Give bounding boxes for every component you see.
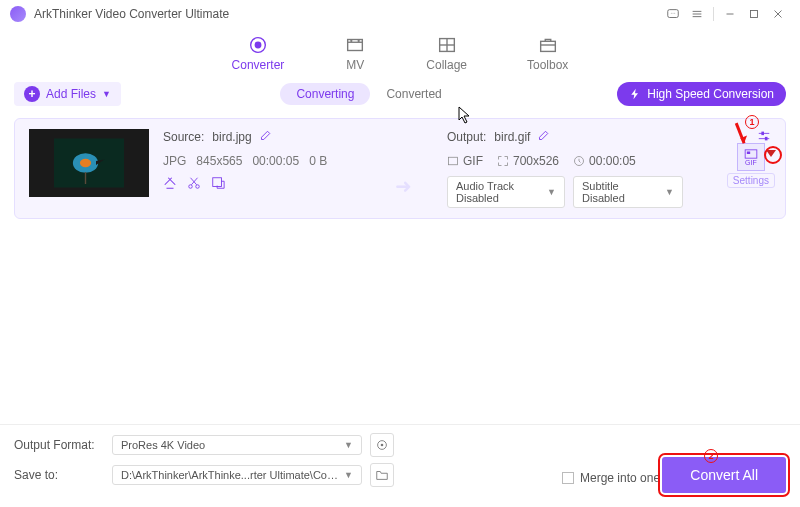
svg-point-25 — [189, 185, 193, 189]
annotation-2: 2 — [704, 449, 718, 463]
tab-collage[interactable]: Collage — [426, 36, 467, 72]
save-to-label: Save to: — [14, 468, 104, 482]
svg-rect-13 — [348, 40, 363, 51]
tab-toolbox[interactable]: Toolbox — [527, 36, 568, 72]
save-to-select[interactable]: D:\ArkThinker\ArkThinke...rter Ultimate\… — [112, 465, 362, 485]
tab-converted[interactable]: Converted — [370, 83, 457, 105]
edit-source-icon[interactable] — [260, 129, 272, 144]
out-duration: 00:00:05 — [589, 154, 636, 168]
tab-mv[interactable]: MV — [344, 36, 366, 72]
source-label: Source: — [163, 130, 204, 144]
feedback-icon[interactable] — [661, 4, 685, 24]
thumbnail[interactable] — [29, 129, 149, 197]
add-files-button[interactable]: + Add Files ▼ — [14, 82, 121, 106]
merge-checkbox[interactable]: Merge into one file — [562, 471, 679, 485]
subtitle-select[interactable]: Subtitle Disabled▼ — [573, 176, 683, 208]
out-dims: 700x526 — [513, 154, 559, 168]
svg-point-1 — [671, 13, 672, 14]
svg-point-26 — [196, 185, 200, 189]
svg-rect-30 — [761, 132, 764, 136]
edit-icon[interactable] — [163, 176, 177, 193]
mv-icon — [344, 36, 366, 54]
app-title: ArkThinker Video Converter Ultimate — [34, 7, 661, 21]
svg-rect-32 — [449, 157, 458, 165]
checkbox-icon — [562, 472, 574, 484]
svg-rect-8 — [751, 11, 758, 18]
svg-point-23 — [80, 159, 91, 167]
settings-button[interactable]: Settings — [727, 173, 775, 188]
arrow-right-icon: ➜ — [395, 174, 412, 198]
edit-output-icon[interactable] — [538, 129, 550, 144]
toolbox-icon — [537, 36, 559, 54]
svg-point-38 — [381, 444, 384, 447]
chevron-down-icon: ▼ — [102, 89, 111, 99]
file-card: Source: bird.jpg JPG 845x565 00:00:05 0 … — [14, 118, 786, 219]
annotation-circle-1 — [764, 146, 782, 164]
svg-point-15 — [359, 40, 360, 41]
lightning-icon — [629, 88, 641, 100]
converter-icon — [247, 36, 269, 54]
svg-point-14 — [351, 40, 352, 41]
close-button[interactable] — [766, 4, 790, 24]
maximize-button[interactable] — [742, 4, 766, 24]
out-format: GIF — [463, 154, 483, 168]
high-speed-button[interactable]: High Speed Conversion — [617, 82, 786, 106]
clock-icon — [573, 155, 585, 167]
minimize-button[interactable] — [718, 4, 742, 24]
audio-track-select[interactable]: Audio Track Disabled▼ — [447, 176, 565, 208]
output-format-label: Output Format: — [14, 438, 104, 452]
svg-rect-31 — [765, 137, 768, 141]
output-format-settings-icon[interactable] — [370, 433, 394, 457]
menu-icon[interactable] — [685, 4, 709, 24]
tab-converter[interactable]: Converter — [232, 36, 285, 72]
video-icon — [447, 155, 459, 167]
collage-icon — [436, 36, 458, 54]
svg-point-12 — [255, 42, 261, 48]
svg-rect-27 — [213, 178, 222, 187]
cut-icon[interactable] — [187, 176, 201, 193]
svg-rect-19 — [540, 41, 555, 51]
enhance-icon[interactable] — [211, 176, 225, 193]
convert-all-button[interactable]: Convert All — [662, 457, 786, 493]
output-filename: bird.gif — [494, 130, 530, 144]
resolution-icon — [497, 155, 509, 167]
app-logo — [10, 6, 26, 22]
source-filename: bird.jpg — [212, 130, 251, 144]
src-size: 0 B — [309, 154, 327, 168]
src-format: JPG — [163, 154, 186, 168]
output-label: Output: — [447, 130, 486, 144]
tab-converting[interactable]: Converting — [280, 83, 370, 105]
cursor-icon — [458, 106, 472, 127]
src-duration: 00:00:05 — [252, 154, 299, 168]
plus-icon: + — [24, 86, 40, 102]
svg-point-3 — [674, 13, 675, 14]
open-folder-icon[interactable] — [370, 463, 394, 487]
svg-line-36 — [729, 123, 751, 143]
src-dims: 845x565 — [196, 154, 242, 168]
svg-point-2 — [673, 13, 674, 14]
output-format-select[interactable]: ProRes 4K Video▼ — [112, 435, 362, 455]
